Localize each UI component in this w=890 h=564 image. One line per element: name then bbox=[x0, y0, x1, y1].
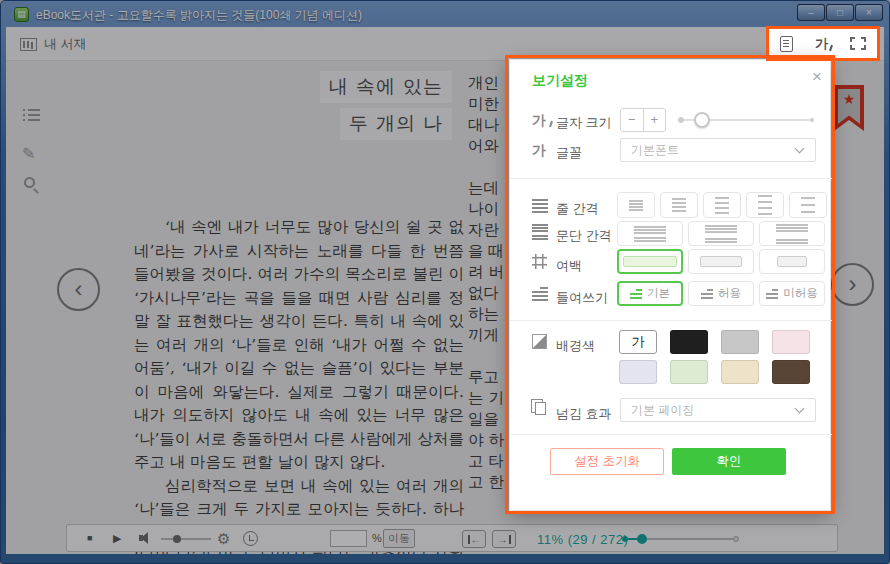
font-size-plus-button[interactable]: + bbox=[644, 109, 666, 131]
slider-end-dot bbox=[810, 118, 814, 122]
font-size-stepper[interactable]: − + bbox=[620, 108, 666, 132]
bg-swatch-cream[interactable] bbox=[721, 360, 759, 384]
margin-preview bbox=[777, 256, 807, 267]
bg-swatch-white[interactable]: 가 bbox=[619, 330, 657, 354]
lines-icon bbox=[801, 197, 815, 199]
indent-option-allow[interactable]: 허용 bbox=[688, 281, 754, 306]
paragraph-spacing-option-1[interactable] bbox=[617, 221, 683, 246]
divider bbox=[510, 178, 832, 179]
line-spacing-label: 줄 간격 bbox=[556, 200, 599, 218]
margin-option-3[interactable] bbox=[759, 249, 825, 274]
view-settings-panel: 보기설정 × 가 글자 크기 − + 가 글꼴 기본폰트 줄 간격 문단 간격 bbox=[509, 59, 831, 511]
lines-icon bbox=[672, 198, 686, 200]
line-spacing-option-3[interactable] bbox=[703, 192, 741, 218]
margin-option-2[interactable] bbox=[688, 249, 754, 274]
page-effect-label: 넘김 효과 bbox=[556, 405, 612, 423]
background-color-label: 배경색 bbox=[556, 337, 595, 355]
indent-option-label: 미허용 bbox=[783, 286, 818, 301]
font-size-minus-button[interactable]: − bbox=[621, 109, 644, 131]
bg-swatch-brown[interactable] bbox=[772, 360, 810, 384]
divider bbox=[510, 320, 832, 321]
font-family-select[interactable]: 기본폰트 bbox=[620, 138, 816, 162]
page-effect-icon bbox=[535, 402, 546, 415]
view-settings-icon[interactable]: 가 bbox=[815, 36, 828, 52]
indent-option-label: 허용 bbox=[718, 286, 741, 301]
paragraph-spacing-option-2[interactable] bbox=[688, 221, 754, 246]
paragraph-spacing-option-3[interactable] bbox=[759, 221, 825, 246]
reset-settings-button[interactable]: 설정 초기화 bbox=[550, 448, 664, 475]
confirm-button[interactable]: 확인 bbox=[672, 448, 786, 475]
font-family-icon: 가 bbox=[532, 142, 548, 158]
line-spacing-icon bbox=[532, 198, 548, 214]
font-size-knob[interactable] bbox=[694, 112, 710, 128]
paragraph-spacing-label: 문단 간격 bbox=[556, 227, 612, 245]
line-spacing-option-1[interactable] bbox=[617, 192, 655, 218]
lines-icon bbox=[776, 224, 808, 226]
panel-close-button[interactable]: × bbox=[806, 66, 828, 88]
bg-swatch-pink[interactable] bbox=[772, 330, 810, 354]
bg-swatch-gray[interactable] bbox=[721, 330, 759, 354]
line-spacing-option-4[interactable] bbox=[746, 192, 784, 218]
font-size-icon: 가 bbox=[532, 112, 548, 128]
font-family-value: 기본폰트 bbox=[631, 139, 679, 161]
indent-option-label: 기본 bbox=[647, 286, 670, 301]
chevron-down-icon bbox=[795, 144, 805, 154]
lines-icon bbox=[705, 225, 737, 227]
bg-swatch-black[interactable] bbox=[670, 330, 708, 354]
page-view-icon[interactable] bbox=[780, 36, 793, 52]
paragraph-spacing-icon bbox=[532, 224, 548, 240]
lines-icon bbox=[715, 197, 729, 199]
chevron-down-icon bbox=[795, 404, 805, 414]
indent-lines-icon bbox=[701, 288, 713, 300]
lines-icon bbox=[634, 226, 666, 228]
line-spacing-option-2[interactable] bbox=[660, 192, 698, 218]
page-effect-select[interactable]: 기본 페이징 bbox=[620, 398, 816, 422]
app-window: ▤ eBook도서관 - 고요할수록 밝아지는 것들(100쇄 기념 에디션) … bbox=[0, 0, 890, 564]
fullscreen-icon[interactable] bbox=[850, 37, 866, 50]
margin-preview bbox=[700, 256, 742, 267]
font-family-label: 글꼴 bbox=[556, 144, 582, 162]
divider bbox=[510, 434, 832, 435]
indent-icon bbox=[532, 286, 548, 302]
background-color-icon bbox=[532, 334, 547, 349]
reader-tool-icons: 가 bbox=[769, 29, 877, 58]
indent-lines-icon bbox=[630, 288, 642, 300]
lines-icon bbox=[758, 195, 772, 197]
line-spacing-option-5[interactable] bbox=[789, 192, 827, 218]
slider-start-dot bbox=[678, 117, 684, 123]
margin-label: 여백 bbox=[556, 257, 582, 275]
bg-swatch-lavender[interactable] bbox=[619, 360, 657, 384]
margin-preview bbox=[623, 256, 677, 267]
indent-lines-icon bbox=[766, 288, 778, 300]
indent-label: 들여쓰기 bbox=[556, 289, 608, 307]
lines-icon bbox=[629, 200, 643, 202]
bg-swatch-green[interactable] bbox=[670, 360, 708, 384]
margin-icon bbox=[532, 254, 548, 270]
page-effect-value: 기본 페이징 bbox=[631, 399, 694, 421]
font-size-label: 글자 크기 bbox=[556, 114, 612, 132]
panel-title: 보기설정 bbox=[532, 72, 588, 90]
margin-option-1-selected[interactable] bbox=[617, 249, 683, 274]
indent-option-disallow[interactable]: 미허용 bbox=[759, 281, 825, 306]
indent-option-default-selected[interactable]: 기본 bbox=[617, 281, 683, 306]
